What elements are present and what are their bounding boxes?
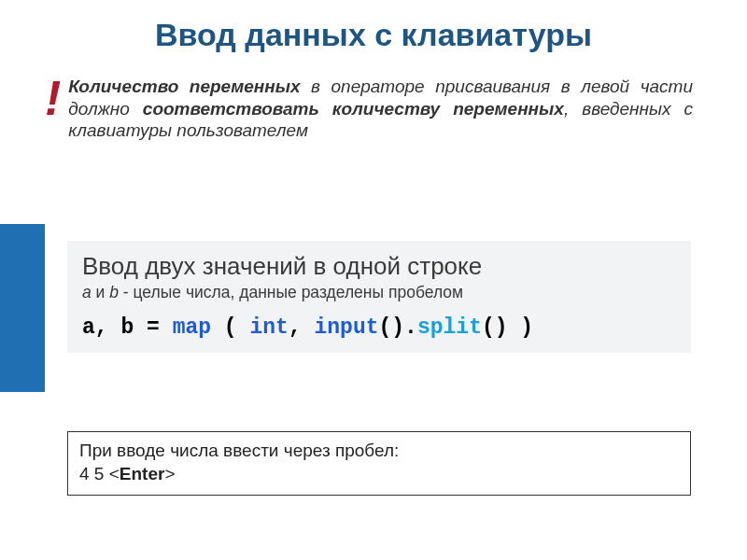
note-bold-2: соответствовать количеству переменных [143,99,564,119]
code-c7: (). [379,315,417,340]
code-line: a, b = map ( int, input().split() ) [82,315,676,340]
page-title: Ввод данных с клавиатуры [0,0,747,63]
note-text: Количество переменных в операторе присва… [68,76,693,142]
code-input: input [315,315,379,340]
code-c1: a, b = [82,315,173,340]
input-hint-box: При вводе числа ввести через пробел: 4 5… [67,431,691,496]
exclamation-icon: ! [45,76,68,142]
code-c9: () [482,315,508,340]
code-c5: , [289,315,315,340]
example-title: Ввод двух значений в одной строке [82,252,676,281]
hint-line-2: 4 5 <Enter> [79,463,679,486]
hint-suffix: > [164,464,175,483]
example-box: Ввод двух значений в одной строке a и b … [67,241,691,353]
code-c10: ) [508,315,534,340]
code-int: int [249,315,288,340]
hint-prefix: 4 5 < [79,464,120,483]
note-block: ! Количество переменных в операторе прис… [45,76,693,142]
sub-and: и [92,283,110,301]
note-bold-1: Количество переменных [68,77,300,96]
hint-line-1: При вводе числа ввести через пробел: [79,440,679,463]
code-map: map [173,315,211,340]
code-c3: ( [211,315,249,340]
side-accent-bar [0,224,45,392]
hint-enter: Enter [120,464,165,483]
example-subtitle: a и b - целые числа, данные разделены пр… [82,283,676,302]
sub-rest: - целые числа, данные разделены пробелом [119,283,463,301]
code-split: split [417,315,482,340]
var-b: b [109,283,119,301]
var-a: a [82,283,92,301]
